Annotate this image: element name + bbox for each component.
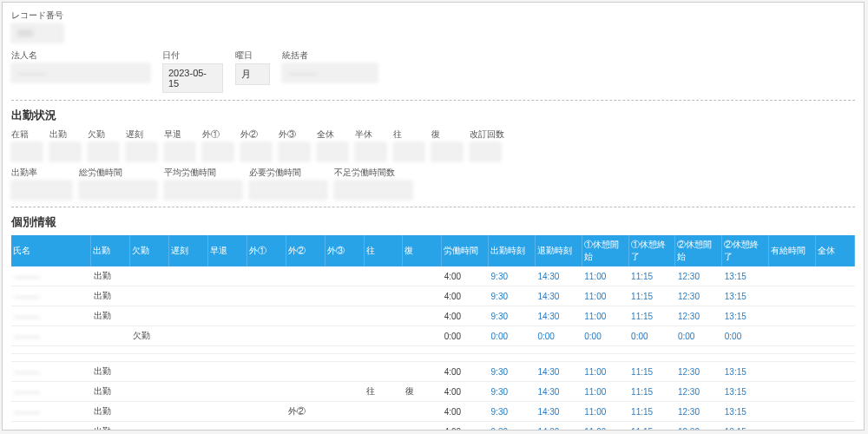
column-header[interactable]: 労働時間 xyxy=(442,235,489,266)
cell-b2e[interactable]: 13:15 xyxy=(722,362,769,382)
cell-out[interactable]: 14:30 xyxy=(535,362,582,382)
stat-field: 復 xyxy=(431,128,463,161)
column-header[interactable]: 外③ xyxy=(325,235,364,266)
column-header[interactable]: 外② xyxy=(286,235,325,266)
cell-b2e[interactable]: 13:15 xyxy=(722,422,769,431)
column-header[interactable]: 出勤 xyxy=(91,235,130,266)
cell-in[interactable]: 0:00 xyxy=(489,326,536,346)
cell-b2e[interactable]: 13:15 xyxy=(722,382,769,402)
column-header[interactable]: 外① xyxy=(247,235,286,266)
cell-in[interactable]: 9:30 xyxy=(489,266,536,286)
cell-paid xyxy=(769,326,816,346)
cell-b1e[interactable]: 11:15 xyxy=(628,266,675,286)
stat-value xyxy=(49,142,81,161)
column-header[interactable]: 欠勤 xyxy=(130,235,169,266)
cell-b1s[interactable]: 11:00 xyxy=(582,362,628,382)
manager-value: ——— xyxy=(282,63,378,82)
manager-label: 統括者 xyxy=(282,49,378,62)
column-header[interactable]: 全休 xyxy=(815,235,854,266)
cell-out[interactable]: 14:30 xyxy=(535,402,582,422)
cell-b1e xyxy=(628,354,675,362)
column-header[interactable]: ①休憩終了 xyxy=(628,235,675,266)
cell-b1e[interactable]: 11:15 xyxy=(628,422,675,431)
column-header[interactable]: 早退 xyxy=(208,235,247,266)
cell-out[interactable]: 14:30 xyxy=(535,306,582,326)
cell-b2e xyxy=(722,346,769,354)
column-header[interactable]: 氏名 xyxy=(11,235,91,266)
column-header[interactable]: ①休憩開始 xyxy=(582,235,628,266)
column-header[interactable]: 遅刻 xyxy=(169,235,208,266)
cell-g3 xyxy=(325,362,364,382)
cell-go xyxy=(364,306,403,326)
column-header[interactable]: ②休憩開始 xyxy=(675,235,722,266)
cell-out[interactable]: 14:30 xyxy=(535,266,582,286)
detail-title: 個別情報 xyxy=(11,214,855,230)
cell-in[interactable]: 9:30 xyxy=(489,306,536,326)
cell-paid xyxy=(769,382,816,402)
cell-late xyxy=(169,382,208,402)
cell-b1e[interactable]: 11:15 xyxy=(628,306,675,326)
cell-b1e[interactable]: 11:15 xyxy=(628,382,675,402)
cell-in[interactable]: 9:30 xyxy=(489,402,536,422)
cell-attend: 出勤 xyxy=(91,362,130,382)
column-header[interactable]: 往 xyxy=(364,235,403,266)
cell-b2e[interactable]: 13:15 xyxy=(722,306,769,326)
cell-b2e[interactable]: 0:00 xyxy=(722,326,769,346)
cell-b1e[interactable]: 11:15 xyxy=(628,362,675,382)
stat-label: 欠勤 xyxy=(88,128,119,141)
cell-g2 xyxy=(286,346,325,354)
stat-field: 総労働時間 xyxy=(79,167,157,200)
cell-b1e[interactable]: 11:15 xyxy=(628,402,675,422)
cell-b2s[interactable]: 12:30 xyxy=(675,266,722,286)
column-header[interactable]: 復 xyxy=(403,235,442,266)
cell-b1e[interactable]: 0:00 xyxy=(628,326,675,346)
cell-b2s[interactable]: 12:30 xyxy=(675,422,722,431)
cell-b2s[interactable]: 12:30 xyxy=(675,306,722,326)
stat-field: 在籍 xyxy=(11,128,43,161)
cell-out[interactable]: 0:00 xyxy=(535,326,582,346)
cell-in[interactable]: 9:30 xyxy=(489,362,536,382)
cell-in[interactable]: 9:30 xyxy=(489,382,536,402)
cell-b2e[interactable]: 13:15 xyxy=(722,286,769,306)
cell-b1s[interactable]: 11:00 xyxy=(582,382,628,402)
cell-b1s[interactable]: 11:00 xyxy=(582,402,628,422)
cell-out[interactable]: 14:30 xyxy=(535,422,582,431)
cell-g1 xyxy=(247,286,286,306)
cell-in[interactable]: 9:30 xyxy=(489,286,536,306)
cell-b2s[interactable]: 12:30 xyxy=(675,382,722,402)
cell-b1e[interactable]: 11:15 xyxy=(628,286,675,306)
stat-field: 半休 xyxy=(355,128,386,161)
cell-out xyxy=(535,346,582,354)
column-header[interactable]: 退勤時刻 xyxy=(535,235,582,266)
cell-out xyxy=(535,354,582,362)
cell-b2s[interactable]: 0:00 xyxy=(675,326,722,346)
column-header[interactable]: 出勤時刻 xyxy=(489,235,536,266)
cell-g1 xyxy=(247,422,286,431)
cell-b1s[interactable]: 11:00 xyxy=(582,286,628,306)
cell-b1s[interactable]: 11:00 xyxy=(582,266,628,286)
cell-b1s[interactable]: 11:00 xyxy=(582,422,628,431)
stat-label: 在籍 xyxy=(11,128,43,141)
cell-b1s[interactable]: 0:00 xyxy=(582,326,628,346)
cell-b1s[interactable]: 11:00 xyxy=(582,306,628,326)
column-header[interactable]: ②休憩終了 xyxy=(722,235,769,266)
cell-b2e[interactable]: 13:15 xyxy=(722,266,769,286)
cell-attend: 出勤 xyxy=(91,286,130,306)
cell-b2s[interactable]: 12:30 xyxy=(675,362,722,382)
cell-work xyxy=(442,346,489,354)
cell-g1 xyxy=(247,326,286,346)
cell-out[interactable]: 14:30 xyxy=(535,382,582,402)
cell-back xyxy=(403,266,442,286)
cell-out[interactable]: 14:30 xyxy=(535,286,582,306)
cell-b2e[interactable]: 13:15 xyxy=(722,402,769,422)
cell-b2s[interactable]: 12:30 xyxy=(675,402,722,422)
cell-in[interactable]: 9:30 xyxy=(489,422,536,431)
record-row: レコード番号 000 xyxy=(11,10,855,43)
cell-name: ——— xyxy=(11,422,91,431)
cell-go xyxy=(364,266,403,286)
cell-paid xyxy=(769,354,816,362)
cell-late xyxy=(169,266,208,286)
cell-b2s[interactable]: 12:30 xyxy=(675,286,722,306)
cell-absent xyxy=(130,354,169,362)
column-header[interactable]: 有給時間 xyxy=(769,235,816,266)
